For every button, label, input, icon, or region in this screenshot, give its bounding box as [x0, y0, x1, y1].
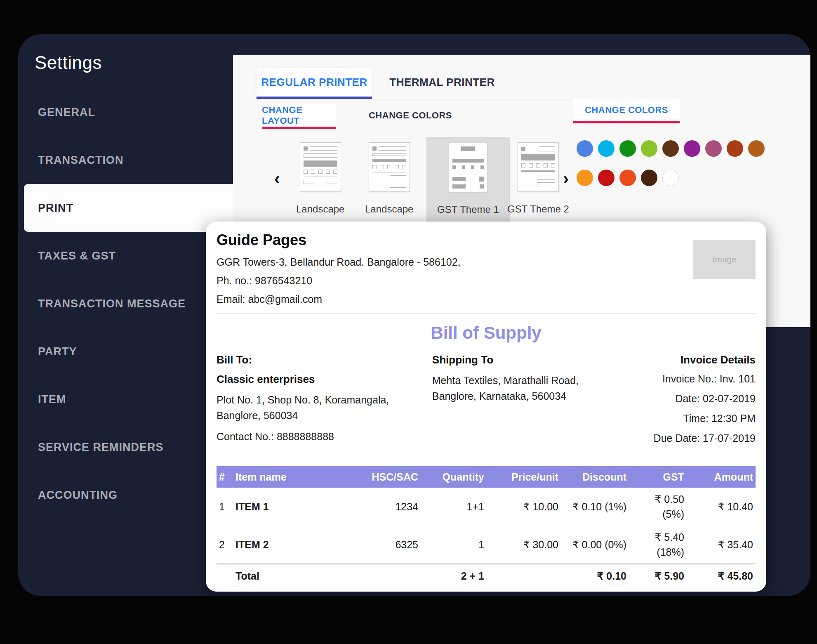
color-swatch[interactable]	[684, 140, 700, 157]
settings-nav: GENERAL TRANSACTION PRINT TAXES & GST TR…	[18, 88, 233, 519]
theme-landscape-2[interactable]: LandscapeTheme 2	[365, 142, 413, 235]
invoice-title: Bill of Supply	[217, 323, 756, 343]
business-info: Guide Pages GGR Towers-3, Bellandur Road…	[217, 229, 461, 309]
swatch-row-1	[577, 140, 791, 157]
business-email: Email: abc@gmail.com	[217, 290, 461, 309]
bill-to-section: Bill To: Classic enterprises Plot No. 1,…	[217, 354, 432, 452]
settings-window: Settings GENERAL TRANSACTION PRINT TAXES…	[18, 34, 810, 596]
color-swatch[interactable]	[577, 170, 593, 186]
page-title: Settings	[18, 34, 233, 73]
color-swatch[interactable]	[598, 140, 615, 157]
color-swatch[interactable]	[619, 140, 636, 157]
color-swatch[interactable]	[748, 140, 765, 157]
tab-change-colors[interactable]: CHANGE COLORS	[365, 104, 456, 127]
color-swatch[interactable]	[705, 140, 722, 157]
sidebar-item-taxes-gst[interactable]: TAXES & GST	[18, 232, 233, 280]
table-header-row: # Item name HSC/SAC Quantity Price/unit …	[217, 466, 756, 488]
sidebar-item-accounting[interactable]: ACCOUNTING	[18, 471, 233, 519]
swatch-row-2	[577, 170, 791, 186]
sidebar-item-service-reminders[interactable]: SERVICE REMINDERS	[18, 423, 233, 471]
tab-regular-printer[interactable]: REGULAR PRINTER	[257, 68, 372, 97]
color-swatch[interactable]	[619, 170, 636, 186]
printer-type-tabs: REGULAR PRINTER THERMAL PRINTER	[257, 68, 571, 99]
color-swatch[interactable]	[641, 140, 657, 157]
color-swatch[interactable]	[598, 170, 615, 186]
table-row: 2 ITEM 2 6325 1 ₹ 30.00 ₹ 0.00 (0%) ₹ 5.…	[217, 526, 756, 564]
theme-gst-1[interactable]: GST Theme 1	[426, 137, 510, 225]
sidebar-item-item[interactable]: ITEM	[18, 375, 233, 423]
tab-change-layout[interactable]: CHANGE LAYOUT	[262, 104, 336, 127]
color-swatch[interactable]	[641, 170, 657, 186]
invoice-date: Date: 02-07-2019	[610, 393, 756, 405]
tab-change-colors-panel[interactable]: CHANGE COLORS	[573, 99, 680, 121]
color-swatch-white[interactable]	[662, 170, 679, 186]
items-table: # Item name HSC/SAC Quantity Price/unit …	[217, 466, 756, 587]
sidebar-item-transaction-message[interactable]: TRANSACTION MESSAGE	[18, 280, 233, 328]
theme-gst-2[interactable]: GST Theme 2	[507, 142, 569, 218]
screen: Settings GENERAL TRANSACTION PRINT TAXES…	[0, 0, 817, 644]
sidebar-item-general[interactable]: GENERAL	[18, 88, 233, 136]
theme-landscape-1[interactable]: LandscapeTheme 1	[296, 142, 344, 235]
invoice-number: Invoice No.: Inv. 101	[610, 373, 756, 385]
layout-tabs: CHANGE LAYOUT CHANGE COLORS	[262, 104, 572, 128]
business-address: GGR Towers-3, Bellandur Road. Bangalore …	[217, 253, 461, 271]
theme-thumbnail	[449, 143, 487, 192]
theme-label: GST Theme 1	[437, 201, 499, 218]
logo-image-placeholder: Image	[693, 240, 756, 279]
chevron-right-icon[interactable]: ›	[563, 170, 569, 187]
sidebar-item-party[interactable]: PARTY	[18, 328, 233, 375]
theme-label: GST Theme 2	[507, 201, 569, 218]
color-swatch[interactable]	[577, 140, 593, 157]
header-divider	[217, 314, 756, 314]
theme-thumbnail	[518, 142, 559, 192]
settings-sidebar: Settings GENERAL TRANSACTION PRINT TAXES…	[18, 34, 233, 596]
business-name: Guide Pages	[217, 231, 461, 249]
invoice-time: Time: 12:30 PM	[610, 413, 756, 425]
table-total-row: Total 2 + 1 ₹ 0.10 ₹ 5.90 ₹ 45.80	[217, 564, 756, 587]
sidebar-item-print[interactable]: PRINT	[24, 184, 233, 232]
sidebar-item-transaction[interactable]: TRANSACTION	[18, 136, 233, 184]
theme-thumbnail	[300, 142, 341, 192]
color-swatch[interactable]	[662, 140, 679, 157]
table-row: 1 ITEM 1 1234 1+1 ₹ 10.00 ₹ 0.10 (1%) ₹ …	[217, 488, 756, 526]
invoice-preview-card: Guide Pages GGR Towers-3, Bellandur Road…	[206, 222, 766, 592]
tab-thermal-printer[interactable]: THERMAL PRINTER	[380, 68, 504, 97]
color-swatch[interactable]	[727, 140, 743, 157]
invoice-details-section: Invoice Details Invoice No.: Inv. 101 Da…	[610, 354, 756, 452]
color-swatches	[577, 140, 791, 199]
invoice-due-date: Due Date: 17-07-2019	[610, 432, 756, 444]
business-phone: Ph. no.: 9876543210	[217, 271, 461, 290]
shipping-to-section: Shipping To Mehta Textiles, Marathalli R…	[432, 354, 610, 452]
chevron-left-icon[interactable]: ‹	[274, 170, 280, 187]
theme-thumbnail	[369, 142, 410, 192]
